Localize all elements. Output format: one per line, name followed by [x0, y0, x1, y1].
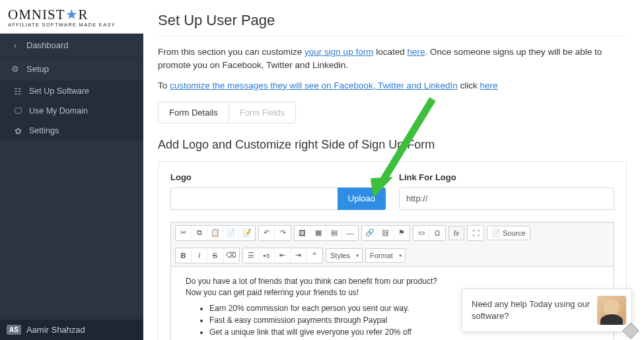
intro-text: From this section you can customize — [158, 47, 304, 57]
tab-form-details[interactable]: Form Details — [159, 102, 229, 123]
user-name: Aamir Shahzad — [26, 325, 85, 335]
logo-file-input[interactable] — [170, 187, 338, 210]
maximize-icon[interactable]: ⛶ — [468, 226, 483, 240]
table-icon[interactable]: ▤ — [326, 226, 342, 240]
indent-icon[interactable]: ⇥ — [291, 248, 306, 263]
source-button[interactable]: 📄 Source — [487, 226, 530, 240]
nav-setup[interactable]: ⚙Setup — [0, 57, 143, 81]
section-title: Add Logo and Customize right Side of Sig… — [158, 138, 627, 152]
intro-text: located — [373, 47, 407, 57]
intro-paragraph-1: From this section you can customize your… — [158, 46, 627, 73]
tab-form-fields[interactable]: Form Fields — [229, 102, 296, 123]
nav-dashboard-label: Dashboard — [26, 40, 69, 50]
signup-form-link[interactable]: your sign up form — [304, 47, 373, 57]
user-row[interactable]: AS Aamir Shahzad — [0, 320, 143, 340]
brand-name-post: R — [79, 7, 89, 22]
sliders-icon: ☷ — [13, 86, 22, 96]
nav-sub-label: Use My Domain — [29, 106, 88, 116]
link-icon[interactable]: 🔗 — [362, 226, 378, 240]
editor-line: Do you have a lot of friends that you th… — [186, 276, 599, 287]
nav-use-domain[interactable]: 🖵Use My Domain — [0, 101, 143, 121]
numbered-list-icon[interactable]: ☰ — [243, 248, 259, 263]
copy-icon[interactable]: ⧉ — [192, 226, 207, 240]
nav-setup-label: Setup — [26, 64, 49, 74]
signup-here-link[interactable]: here — [407, 47, 425, 57]
form-tabs: Form Details Form Fields — [158, 102, 296, 123]
chevron-left-icon: ‹ — [11, 40, 20, 50]
chat-widget[interactable]: Need any help Today using our software? — [462, 289, 632, 332]
divider — [158, 36, 627, 36]
star-icon: ★ — [65, 7, 79, 22]
upload-button[interactable]: Upload — [338, 187, 386, 210]
intro-text: To — [158, 81, 170, 90]
italic-icon[interactable]: I — [192, 248, 207, 263]
gauge-icon: ⚙ — [11, 64, 20, 74]
sidebar: OMNIST★R AFFILIATE SOFTWARE MADE EASY ‹D… — [0, 0, 143, 340]
nav-setup-software[interactable]: ☷Set Up Software — [0, 81, 143, 101]
clear-format-icon[interactable]: ⌫ — [223, 248, 239, 263]
intro-paragraph-2: To customize the messages they will see … — [158, 79, 627, 92]
unlink-icon[interactable]: ⛓ — [378, 226, 394, 240]
bold-icon[interactable]: B — [176, 248, 192, 263]
brand-name-pre: OMNIST — [8, 7, 65, 22]
nav-sub-label: Settings — [29, 126, 59, 135]
link-label: Link For Logo — [399, 172, 614, 182]
source-label: Source — [503, 229, 526, 237]
image-icon[interactable]: 🖼 — [295, 226, 310, 240]
strike-icon[interactable]: S — [207, 248, 223, 263]
outdent-icon[interactable]: ⇤ — [275, 248, 291, 263]
paste-text-icon[interactable]: 📄 — [223, 226, 239, 240]
gear-icon: ✿ — [13, 126, 22, 136]
nav-sub-label: Set Up Software — [29, 86, 89, 96]
iframe-icon[interactable]: ▭ — [413, 226, 429, 240]
fx-icon[interactable]: fx — [448, 226, 464, 240]
customize-here-link[interactable]: here — [480, 81, 498, 90]
user-initials-badge: AS — [7, 325, 21, 335]
customize-messages-link[interactable]: customize the messages they will see on … — [170, 81, 458, 90]
brand-tagline: AFFILIATE SOFTWARE MADE EASY — [8, 22, 135, 28]
logo-label: Logo — [170, 172, 386, 182]
char-icon[interactable]: Ω — [429, 226, 445, 240]
chat-message: Need any help Today using our software? — [472, 298, 592, 322]
brand-logo: OMNIST★R AFFILIATE SOFTWARE MADE EASY — [0, 0, 143, 34]
intro-text: click — [458, 81, 480, 90]
media-icon[interactable]: ▦ — [310, 226, 326, 240]
editor-toolbar: ✂ ⧉ 📋 📄 📝 ↶ ↷ 🖼 ▦ ▤ — 🔗 — [171, 222, 614, 267]
paste-icon[interactable]: 📋 — [207, 226, 223, 240]
logo-link-input[interactable] — [399, 187, 614, 210]
nav-settings[interactable]: ✿Settings — [0, 121, 143, 141]
page-title: Set Up User Page — [158, 12, 627, 29]
hr-icon[interactable]: — — [342, 226, 358, 240]
redo-icon[interactable]: ↷ — [275, 226, 291, 240]
monitor-icon: 🖵 — [13, 106, 22, 116]
nav-dashboard[interactable]: ‹Dashboard — [0, 34, 143, 57]
paste-word-icon[interactable]: 📝 — [239, 226, 255, 240]
undo-icon[interactable]: ↶ — [259, 226, 275, 240]
styles-select[interactable]: Styles — [326, 248, 363, 263]
format-select[interactable]: Format — [365, 248, 406, 263]
anchor-icon[interactable]: ⚑ — [394, 226, 410, 240]
blockquote-icon[interactable]: ❝ — [306, 248, 322, 263]
bullet-list-icon[interactable]: •≡ — [259, 248, 275, 263]
cut-icon[interactable]: ✂ — [176, 226, 192, 240]
chat-avatar — [597, 296, 626, 325]
